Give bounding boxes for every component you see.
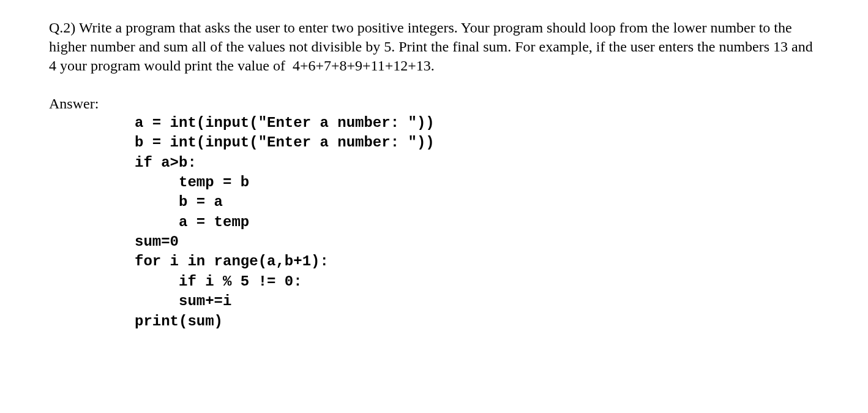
code-line: temp = b xyxy=(135,174,249,191)
code-line: b = int(input("Enter a number: ")) xyxy=(135,134,435,151)
code-line: a = temp xyxy=(135,214,249,230)
code-block: a = int(input("Enter a number: ")) b = i… xyxy=(135,113,819,332)
code-line: if i % 5 != 0: xyxy=(135,273,302,290)
code-line: sum+=i xyxy=(135,293,231,309)
code-line: a = int(input("Enter a number: ")) xyxy=(135,115,435,131)
code-line: if a>b: xyxy=(135,154,196,171)
answer-label: Answer: xyxy=(49,94,819,113)
code-line: for i in range(a,b+1): xyxy=(135,253,329,270)
code-line: sum=0 xyxy=(135,233,179,250)
question-text: Q.2) Write a program that asks the user … xyxy=(49,18,819,76)
code-line: b = a xyxy=(135,194,223,210)
code-line: print(sum) xyxy=(135,313,223,330)
